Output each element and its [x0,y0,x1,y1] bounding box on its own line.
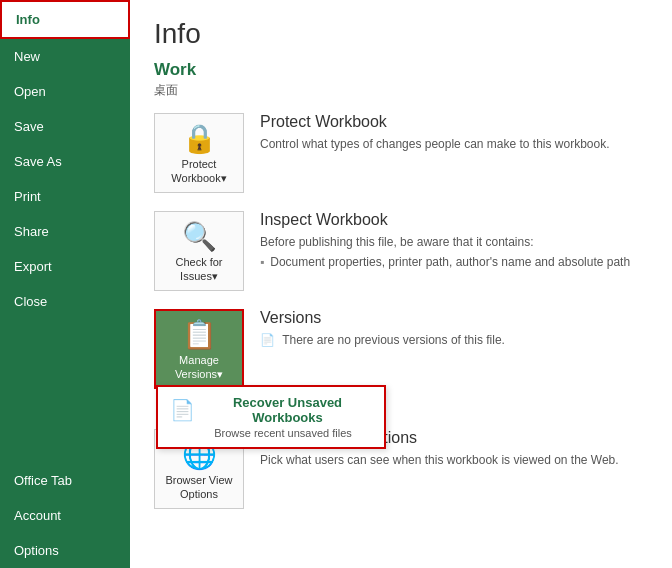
manage-versions-label: Manage Versions▾ [160,353,238,382]
sidebar-item-new[interactable]: New [0,39,130,74]
page-title: Info [154,18,648,50]
main-content: Info Work 桌面 🔒 Protect Workbook▾ Protect… [130,0,672,568]
browser-view-label: Browser View Options [159,473,239,502]
check-issues-label: Check for Issues▾ [159,255,239,284]
versions-icon-small: 📄 [260,333,275,347]
sidebar-item-open[interactable]: Open [0,74,130,109]
sidebar: Info New Open Save Save As Print Share E… [0,0,130,568]
section-subtitle: 桌面 [154,82,648,99]
protect-workbook-title: Protect Workbook [260,113,648,131]
recover-icon: 📄 [170,398,195,422]
inspect-icon: 🔍 [182,223,217,251]
versions-title: Versions [260,309,648,327]
section-title: Work [154,60,648,80]
versions-icon: 📋 [182,321,217,349]
sidebar-item-export[interactable]: Export [0,249,130,284]
sidebar-item-office-tab[interactable]: Office Tab [0,463,130,498]
sidebar-item-info[interactable]: Info [0,0,130,39]
inspect-workbook-desc: Before publishing this file, be aware th… [260,233,648,271]
protect-workbook-label: Protect Workbook▾ [159,157,239,186]
protect-workbook-desc: Control what types of changes people can… [260,135,648,153]
versions-row: 📋 Manage Versions▾ 📄 Recover Unsaved Wor… [154,309,648,389]
sidebar-item-share[interactable]: Share [0,214,130,249]
recover-dropdown-title[interactable]: 📄 Recover Unsaved Workbooks [170,395,372,425]
sidebar-item-print[interactable]: Print [0,179,130,214]
sidebar-item-account[interactable]: Account [0,498,130,533]
inspect-workbook-text: Inspect Workbook Before publishing this … [260,211,648,271]
lock-icon: 🔒 [182,125,217,153]
sidebar-item-save[interactable]: Save [0,109,130,144]
manage-versions-button[interactable]: 📋 Manage Versions▾ 📄 Recover Unsaved Wor… [154,309,244,389]
inspect-bullet: Document properties, printer path, autho… [260,253,648,271]
protect-workbook-text: Protect Workbook Control what types of c… [260,113,648,153]
sidebar-item-options[interactable]: Options [0,533,130,568]
check-issues-button[interactable]: 🔍 Check for Issues▾ [154,211,244,291]
recover-dropdown-subtitle: Browse recent unsaved files [194,427,372,439]
browser-view-desc: Pick what users can see when this workbo… [260,451,648,469]
sidebar-item-save-as[interactable]: Save As [0,144,130,179]
versions-desc: 📄 There are no previous versions of this… [260,331,648,349]
protect-workbook-row: 🔒 Protect Workbook▾ Protect Workbook Con… [154,113,648,193]
versions-text: Versions 📄 There are no previous version… [260,309,648,349]
protect-workbook-button[interactable]: 🔒 Protect Workbook▾ [154,113,244,193]
recover-unsaved-dropdown: 📄 Recover Unsaved Workbooks Browse recen… [156,385,386,449]
inspect-workbook-title: Inspect Workbook [260,211,648,229]
sidebar-item-close[interactable]: Close [0,284,130,319]
inspect-workbook-row: 🔍 Check for Issues▾ Inspect Workbook Bef… [154,211,648,291]
